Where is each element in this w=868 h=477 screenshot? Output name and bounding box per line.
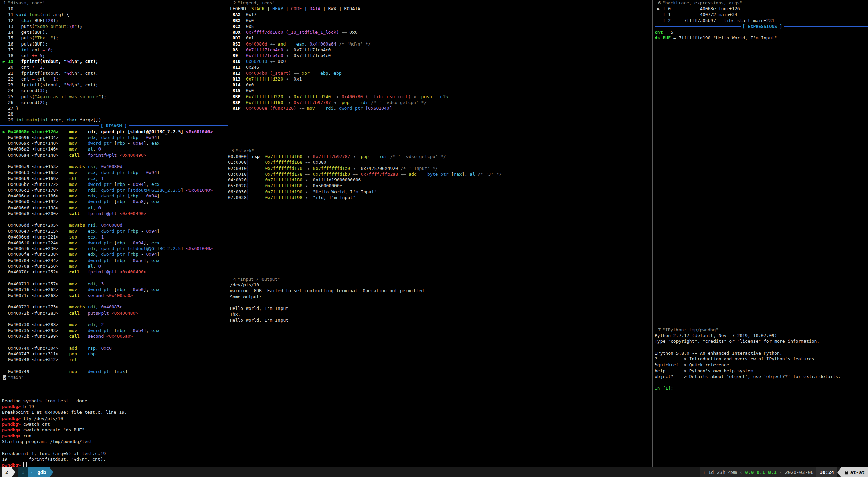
pane-number: 1: [3, 0, 6, 5]
terminal-line: ► 19 fprintf(stdout, "%d\n", cnt);: [0, 58, 228, 64]
terminal-line: [0, 275, 228, 281]
border-line: [25, 377, 652, 377]
pane-input-output[interactable]: 4 "Input / Output" /dev/pts/10warning: G…: [228, 276, 654, 374]
terminal-line: RIP 0x40068e (func+126) ◂— mov rdi, qwor…: [230, 105, 654, 111]
terminal-line: 0x4006d6 <func+198> mov al, 0: [0, 205, 228, 211]
terminal-line: object? -> Details about 'object', use '…: [655, 374, 868, 379]
separator-chevron-icon: ‹: [737, 470, 745, 475]
stack-rows: 00:0000│ rsp 0x7fffffffd160 —▸ 0x7ffff7b…: [228, 154, 652, 200]
terminal-line: 0x4006d8 <func+200> call fprintf@plt <0x…: [0, 211, 228, 216]
terminal-line: 0x4006a9 <func+153> movabs rsi, 0x40080d: [0, 164, 228, 170]
pane-backtrace-expressions[interactable]: 6 "backtrace, expressions, args" ► f 0 4…: [653, 0, 868, 327]
terminal-line: 16 puts(BUF);: [0, 41, 228, 47]
terminal-line: R8 0x7ffff7fcb4c0 ◂— 0x7ffff7fcb4c0: [230, 47, 654, 53]
date-text: 2020-03-06: [785, 470, 813, 475]
terminal-line: Hello World, I'm Input: [230, 317, 654, 323]
pane-ipython[interactable]: 7 "IPython: tmp/pwndbg" Python 2.7.17 (d…: [653, 327, 868, 467]
expressions-divider: [ EXPRESSIONS ]: [655, 23, 868, 29]
powerline-separator: [837, 467, 841, 477]
lock-icon: [845, 470, 848, 475]
terminal-line: 0x4006f6 <func+230> mov rdi, qword ptr […: [0, 246, 228, 251]
session-badge[interactable]: 2: [2, 467, 12, 477]
pane-title: 1 "disasm, code": [0, 0, 228, 6]
terminal-line: R9 0x7ffff7fcb4c0 ◂— 0x7ffff7fcb4c0: [230, 53, 654, 58]
terminal-line: [655, 344, 868, 350]
terminal-line: 0x40073b <func+299> call second <0x4005a…: [0, 333, 228, 339]
pane-title: 3 "stack": [228, 148, 652, 154]
terminal-line: R10 0x602010 ◂— 0x0: [230, 58, 654, 64]
terminal-line: 0x4006a2 <func+146> mov al, 0: [0, 146, 228, 152]
terminal-line: 15 puts("Thx. ");: [0, 35, 228, 41]
separator-chevron-icon: ‹: [777, 470, 785, 475]
terminal-line: pwndbg> run: [2, 433, 652, 439]
terminal-line: pwndbg> cwatch cnt: [2, 421, 652, 427]
terminal-line: 0x4006bc <func+172> mov dword ptr [rbp -…: [0, 181, 228, 187]
terminal-line: f 1 400772 main+34: [655, 12, 868, 17]
disasm-divider-label: [ DISASM ]: [99, 123, 129, 128]
terminal-line: 00:0000│ rsp 0x7fffffffd160 —▸ 0x7ffff7b…: [228, 154, 652, 159]
pane-legend-regs[interactable]: 2 "legend, regs" LEGEND: STACK | HEAP | …: [228, 0, 654, 148]
terminal-line: R15 0x0: [230, 88, 654, 93]
terminal-line: 17 int cnt = 0;: [0, 47, 228, 53]
registers: LEGEND: STACK | HEAP | CODE | DATA | RWX…: [230, 6, 654, 111]
terminal-line: ► 0x40068e <func+126> mov rdi, qword ptr…: [0, 129, 228, 135]
border-dash: [230, 279, 233, 279]
terminal-line: RBP 0x7fffffffd220 —▸ 0x7fffffffd240 —▸ …: [230, 94, 654, 100]
terminal-line: 07:0038│ 0x7fffffffd198 ◂— "rld, I'm Inp…: [228, 195, 652, 200]
pane-number: 2: [233, 0, 236, 5]
pane-main-gdb-console[interactable]: 5 "Main" Reading symbols from test...don…: [0, 374, 652, 467]
terminal-line: RAX 0x17: [230, 12, 654, 17]
terminal-line: 01:0008│ 0x7fffffffd168 ◂— 0x380: [228, 159, 652, 165]
terminal-line: 0x4006ed <func+221> sub ecx, 1: [0, 234, 228, 240]
pane-disasm-code[interactable]: 1 "disasm, code" 10 11 void func(int arg…: [0, 0, 228, 374]
terminal-line: 0x4006dd <func+205> movabs rsi, 0x40080d: [0, 222, 228, 228]
expressions: cnt = 5ds BUF = 7fffffffd190 "Hello Worl…: [655, 29, 868, 41]
window-index[interactable]: 1: [18, 467, 28, 477]
terminal-line: 11 void func(int arg) {: [0, 12, 228, 17]
powerline-separator: [12, 467, 15, 477]
border-dash: [228, 151, 231, 151]
terminal-line: 28: [0, 111, 228, 117]
terminal-line: 0x40071c <func+268> call second <0x4005a…: [0, 293, 228, 298]
terminal-line: [0, 363, 228, 369]
disasm-divider: [ DISASM ]: [0, 123, 228, 129]
pane-number: 3: [231, 148, 234, 153]
terminal-line: help -> Python's own help system.: [655, 368, 868, 374]
terminal-line: 0x400730 <func+288> mov edi, 2: [0, 322, 228, 328]
terminal-line: pwndbg> cwatch execute "ds BUF": [2, 427, 652, 433]
border-dash: [655, 3, 658, 3]
terminal-line: 0x40069c <func+140> mov dword ptr [rbp -…: [0, 140, 228, 146]
terminal-line: [0, 158, 228, 164]
powerline-separator: [50, 467, 53, 477]
terminal-line: 0x4006a4 <func+148> call fprintf@plt <0x…: [0, 152, 228, 158]
terminal-line: Breakpoint 1, func (arg=5) at test.c:19: [2, 450, 652, 456]
ipython-console: Python 2.7.17 (default, Nov 7 2019, 10:0…: [655, 333, 868, 391]
terminal-line: RDX 0x7ffff7dd18c0 (_IO_stdfile_1_lock) …: [230, 29, 654, 35]
terminal-line: 26 second(2);: [0, 100, 228, 105]
terminal-line: 0x40070a <func+250> mov al, 0: [0, 263, 228, 269]
terminal-line: Reading symbols from test...done.: [2, 398, 652, 404]
border-line: [719, 330, 868, 330]
terminal-line: f 2 7ffff7a05b97 __libc_start_main+231: [655, 18, 868, 23]
border-line: [46, 3, 228, 3]
terminal-line: ► f 0 40068e func+126: [655, 6, 868, 12]
terminal-line: pwndbg> tty /dev/pts/10: [2, 416, 652, 421]
terminal-line: cnt = 5: [655, 29, 868, 35]
terminal-line: RCX 0x5: [230, 23, 654, 29]
terminal-line: 0x4006c2 <func+178> mov rdi, qword ptr […: [0, 187, 228, 193]
clock-text: 10:24: [816, 467, 837, 477]
pane-title: 5 "Main": [0, 374, 652, 380]
terminal-line: Breakpoint 1 at 0x40068e: file test.c, l…: [2, 409, 652, 415]
border-line: [255, 151, 652, 151]
terminal-line: ? -> Introduction and overview of IPytho…: [655, 356, 868, 362]
terminal-line: [2, 445, 652, 450]
pane-number-active: 5: [3, 375, 6, 380]
divider-line: [784, 26, 868, 26]
terminal-line: 24 second(3);: [0, 88, 228, 93]
terminal-line: pwndbg> b 19: [2, 404, 652, 409]
window-tab-gdb[interactable]: gdb: [34, 467, 49, 477]
pane-stack[interactable]: 3 "stack" 00:0000│ rsp 0x7fffffffd160 —▸…: [228, 148, 652, 276]
pane-title-text: "backtrace, expressions, args": [661, 0, 743, 5]
pane-title-text: "disasm, code": [6, 0, 46, 5]
border-line: [281, 279, 654, 279]
